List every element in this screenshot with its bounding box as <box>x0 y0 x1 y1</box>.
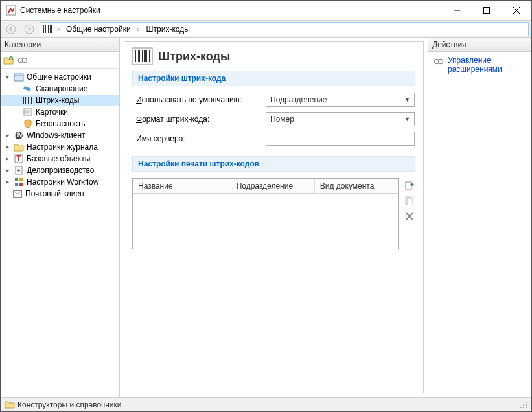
format-select[interactable]: Номер ▼ <box>266 112 415 126</box>
print-table[interactable]: Название Подразделение Вид документа <box>132 178 399 249</box>
format-label: Формат штрих-кода: <box>136 115 266 124</box>
workflow-icon <box>14 177 24 187</box>
folder-new-icon[interactable] <box>3 55 14 65</box>
tree-item-cards[interactable]: Карточки <box>1 106 119 118</box>
section-print-settings: Настройки печати штрих-кодов <box>132 156 415 172</box>
delete-row-button[interactable] <box>404 211 415 222</box>
col-division[interactable]: Подразделение <box>231 179 315 193</box>
tree-item-general[interactable]: ▾ Общие настройки <box>1 71 119 83</box>
expand-icon[interactable]: ▸ <box>3 155 11 162</box>
svg-rect-22 <box>30 97 30 104</box>
col-name[interactable]: Название <box>133 179 231 193</box>
tree-label: Базовые объекты <box>27 154 90 163</box>
svg-rect-37 <box>19 183 23 186</box>
svg-text:T: T <box>16 154 21 163</box>
table-toolbar <box>404 178 415 249</box>
form-row-format: Формат штрих-кода: Номер ▼ <box>136 112 415 126</box>
expand-icon[interactable]: ▸ <box>3 144 11 150</box>
minimize-button[interactable] <box>442 1 472 20</box>
document-icon <box>14 165 24 176</box>
tree-label: Безопасность <box>36 119 86 128</box>
breadcrumb-item[interactable]: Штрих-коды <box>144 24 192 34</box>
gears-icon[interactable] <box>17 55 28 65</box>
server-input[interactable] <box>266 132 415 146</box>
scanner-icon <box>23 84 33 94</box>
svg-rect-42 <box>138 50 140 62</box>
close-button[interactable] <box>502 1 531 20</box>
status-text: Конструкторы и справочники <box>17 400 121 409</box>
resize-grip-icon <box>520 401 527 409</box>
expand-icon[interactable]: ▸ <box>3 167 11 174</box>
maximize-button[interactable] <box>472 1 502 20</box>
mail-icon <box>12 189 23 199</box>
print-table-wrap: Название Подразделение Вид документа <box>132 178 415 249</box>
default-select[interactable]: Подразделение ▼ <box>266 93 415 107</box>
sidebar: Категории ▾ Общие настройки Сканирование… <box>1 38 120 397</box>
window-title: Системные настройки <box>20 6 442 15</box>
tree-label: Штрих-коды <box>36 96 79 105</box>
sidebar-header: Категории <box>1 38 119 52</box>
chevron-down-icon: ▼ <box>404 116 410 122</box>
tree-item-base-objects[interactable]: ▸ T Базовые объекты <box>1 153 119 165</box>
svg-rect-35 <box>19 178 23 181</box>
tree-item-windows-client[interactable]: ▸ dv Windows-клиент <box>1 130 119 141</box>
server-label: Имя сервера: <box>136 134 266 143</box>
expand-icon[interactable]: ▸ <box>3 179 11 185</box>
barcode-icon <box>132 47 153 65</box>
svg-rect-11 <box>50 25 51 33</box>
svg-point-58 <box>526 404 527 406</box>
svg-rect-2 <box>484 8 490 14</box>
tree-label: Карточки <box>36 108 68 117</box>
shield-icon <box>23 119 33 129</box>
add-row-button[interactable] <box>404 179 415 191</box>
settings-folder-icon <box>14 72 24 82</box>
forward-button[interactable] <box>21 22 37 36</box>
svg-point-6 <box>25 25 34 34</box>
address-bar[interactable]: › Общие настройки › Штрих-коды <box>40 22 529 36</box>
breadcrumb-item[interactable]: Общие настройки <box>64 24 133 34</box>
svg-rect-40 <box>135 50 136 62</box>
tree-item-scanning[interactable]: Сканирование <box>1 83 119 95</box>
svg-rect-47 <box>148 50 148 62</box>
tree-item-barcodes[interactable]: Штрих-коды <box>1 95 119 106</box>
tree-item-workflow[interactable]: ▸ Настройки Workflow <box>1 176 119 188</box>
expand-icon[interactable]: ▸ <box>3 132 11 139</box>
back-button[interactable] <box>3 22 19 36</box>
svg-rect-43 <box>141 50 141 62</box>
svg-point-60 <box>523 407 524 408</box>
collapse-icon[interactable]: ▾ <box>3 74 11 80</box>
manage-extensions-link[interactable]: Управление расширениями <box>434 56 526 74</box>
svg-rect-45 <box>144 50 145 62</box>
svg-rect-44 <box>142 50 143 62</box>
svg-point-33 <box>17 169 20 172</box>
tree-item-office-work[interactable]: ▸ Делопроизводство <box>1 165 119 176</box>
tree-label: Почтовый клиент <box>25 189 87 198</box>
svg-rect-10 <box>48 25 49 33</box>
table-header: Название Подразделение Вид документа <box>133 179 398 194</box>
svg-point-57 <box>523 404 524 406</box>
svg-rect-18 <box>23 97 24 104</box>
svg-rect-41 <box>137 50 137 62</box>
svg-rect-16 <box>14 74 23 81</box>
tree-label: Делопроизводство <box>27 166 94 175</box>
statusbar: Конструкторы и справочники <box>1 397 531 411</box>
tree-label: Настройки Workflow <box>27 177 98 187</box>
chevron-right-icon: › <box>56 25 61 34</box>
barcode-icon <box>43 24 53 34</box>
svg-rect-7 <box>43 25 44 33</box>
section-barcode-settings: Настройки штрих-кода <box>132 71 415 86</box>
sidebar-toolbar <box>1 52 119 69</box>
svg-text:dv: dv <box>15 131 23 139</box>
copy-row-button[interactable] <box>404 195 415 207</box>
tree-item-mail-client[interactable]: Почтовый клиент <box>1 188 119 200</box>
default-value: Подразделение <box>270 95 327 104</box>
folder-icon <box>5 400 15 410</box>
svg-rect-51 <box>407 198 413 205</box>
col-doctype[interactable]: Вид документа <box>315 179 398 193</box>
tree-item-journal[interactable]: ▸ Настройки журнала <box>1 141 119 153</box>
svg-point-56 <box>526 402 527 403</box>
svg-rect-12 <box>51 25 52 33</box>
category-tree: ▾ Общие настройки Сканирование Штрих-код… <box>1 69 119 397</box>
tree-item-security[interactable]: Безопасность <box>1 118 119 130</box>
gears-icon <box>434 56 444 67</box>
